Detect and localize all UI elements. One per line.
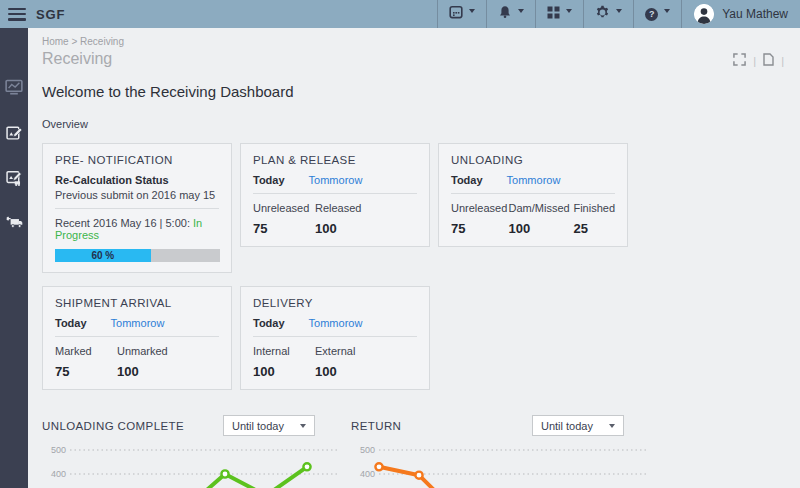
chart-title: UNLOADING COMPLETE bbox=[42, 420, 184, 432]
chevron-down-icon bbox=[664, 9, 670, 13]
image-edit-icon bbox=[6, 124, 23, 145]
chart-unloading-complete: UNLOADING COMPLETE Until today 500400300… bbox=[42, 415, 341, 488]
recent-status-line: Recent 2016 May 16 | 5:00: In Progress bbox=[55, 217, 219, 241]
chevron-down-icon bbox=[566, 9, 572, 13]
card-title: SHIPMENT ARRIVAL bbox=[55, 297, 219, 309]
sidebar-item-receiving-dispatch-edit[interactable] bbox=[5, 170, 23, 188]
topbar-left: SGF bbox=[0, 7, 65, 22]
topbar: SGF ? bbox=[0, 0, 800, 28]
stat-internal: Internal 100 bbox=[253, 345, 315, 379]
section-label: Overview bbox=[42, 118, 786, 130]
chart-title: RETURN bbox=[351, 420, 401, 432]
main-content: Home > Receiving Receiving | | Welcome t… bbox=[28, 28, 800, 488]
divider bbox=[253, 336, 417, 337]
truck-arrow-left-icon bbox=[5, 213, 23, 235]
card-unloading: UNLOADING Today Tommorow Unreleased 75 D… bbox=[438, 143, 628, 247]
chevron-down-icon bbox=[616, 9, 622, 13]
gear-icon bbox=[595, 5, 610, 24]
page-actions: | | bbox=[733, 52, 784, 70]
tab-tomorrow[interactable]: Tommorow bbox=[309, 317, 363, 329]
chevron-down-icon bbox=[300, 424, 306, 428]
page-title: Receiving bbox=[42, 50, 124, 68]
stat-external: External 100 bbox=[315, 345, 385, 379]
apps-grid-icon bbox=[547, 5, 560, 23]
svg-text:400: 400 bbox=[360, 469, 375, 479]
user-menu[interactable]: Yau Mathew bbox=[681, 0, 800, 28]
separator: | bbox=[781, 55, 784, 67]
progress-fill: 60 % bbox=[55, 249, 151, 262]
apps-dropdown[interactable] bbox=[535, 0, 583, 28]
svg-text:400: 400 bbox=[51, 469, 66, 479]
menu-icon[interactable] bbox=[8, 8, 26, 21]
stat-unreleased: Unreleased 75 bbox=[451, 202, 509, 236]
svg-text:500: 500 bbox=[360, 445, 375, 455]
topbar-right: ? Yau Mathew bbox=[437, 0, 800, 28]
sidebar bbox=[0, 28, 28, 488]
tab-tomorrow[interactable]: Tommorow bbox=[507, 174, 561, 186]
breadcrumb[interactable]: Home > Receiving bbox=[42, 36, 124, 47]
tab-today[interactable]: Today bbox=[451, 174, 483, 186]
sidebar-item-dashboard[interactable] bbox=[5, 80, 23, 98]
card-title: UNLOADING bbox=[451, 154, 615, 166]
chart-return: RETURN Until today 500400300200100 bbox=[351, 415, 650, 488]
chevron-down-icon bbox=[609, 424, 615, 428]
user-name: Yau Mathew bbox=[722, 7, 788, 21]
calendar-icon bbox=[449, 5, 463, 23]
card-shipment-arrival: SHIPMENT ARRIVAL Today Tommorow Marked 7… bbox=[42, 286, 232, 390]
welcome-heading: Welcome to the Receiving Dashboard bbox=[42, 83, 786, 100]
help-icon: ? bbox=[645, 8, 658, 21]
stat-marked: Marked 75 bbox=[55, 345, 117, 379]
fullscreen-icon[interactable] bbox=[733, 52, 746, 70]
line-chart: 500400300200100 bbox=[351, 442, 650, 488]
card-title: PLAN & RELEASE bbox=[253, 154, 417, 166]
image-edit-truck-icon bbox=[6, 169, 23, 190]
help-dropdown[interactable]: ? bbox=[633, 0, 681, 28]
previous-submit-text: Previous submit on 2016 may 15 bbox=[55, 189, 219, 201]
tab-today[interactable]: Today bbox=[55, 317, 87, 329]
progress-label: 60 % bbox=[91, 250, 114, 261]
sidebar-item-inbound-truck[interactable] bbox=[5, 215, 23, 233]
card-delivery: DELIVERY Today Tommorow Internal 100 Ext… bbox=[240, 286, 430, 390]
tab-tomorrow[interactable]: Tommorow bbox=[309, 174, 363, 186]
stat-released: Released 100 bbox=[315, 202, 385, 236]
settings-dropdown[interactable] bbox=[583, 0, 633, 28]
card-pre-notification: PRE- NOTIFICATION Re-Calculation Status … bbox=[42, 143, 232, 273]
divider bbox=[253, 193, 417, 194]
progress-bar: 60 % bbox=[55, 249, 220, 262]
chart-range-select[interactable]: Until today bbox=[223, 415, 315, 436]
card-title: DELIVERY bbox=[253, 297, 417, 309]
stat-unreleased: Unreleased 75 bbox=[253, 202, 315, 236]
avatar bbox=[694, 4, 714, 24]
tab-today[interactable]: Today bbox=[253, 174, 285, 186]
document-icon[interactable] bbox=[763, 52, 774, 70]
divider bbox=[55, 208, 219, 209]
chevron-down-icon bbox=[469, 9, 475, 13]
bell-icon bbox=[498, 5, 512, 23]
stat-unmarked: Unmarked 100 bbox=[117, 345, 187, 379]
line-chart: 500400300200100 bbox=[42, 442, 341, 488]
recalculation-status-title: Re-Calculation Status bbox=[55, 174, 219, 186]
stat-finished: Finished 25 bbox=[573, 202, 615, 236]
chevron-down-icon bbox=[518, 9, 524, 13]
separator: | bbox=[753, 55, 756, 67]
notifications-dropdown[interactable] bbox=[486, 0, 535, 28]
card-plan-release: PLAN & RELEASE Today Tommorow Unreleased… bbox=[240, 143, 430, 247]
calendar-dropdown[interactable] bbox=[437, 0, 486, 28]
chart-range-select[interactable]: Until today bbox=[532, 415, 624, 436]
dashboard-monitor-icon bbox=[5, 78, 23, 100]
stat-dam-missed: Dam/Missed 100 bbox=[509, 202, 574, 236]
divider bbox=[55, 336, 219, 337]
divider bbox=[451, 193, 615, 194]
tab-tomorrow[interactable]: Tommorow bbox=[111, 317, 165, 329]
tab-today[interactable]: Today bbox=[253, 317, 285, 329]
card-title: PRE- NOTIFICATION bbox=[55, 154, 219, 166]
sidebar-item-receiving-edit[interactable] bbox=[5, 125, 23, 143]
brand-logo[interactable]: SGF bbox=[36, 7, 65, 22]
svg-text:500: 500 bbox=[51, 445, 66, 455]
